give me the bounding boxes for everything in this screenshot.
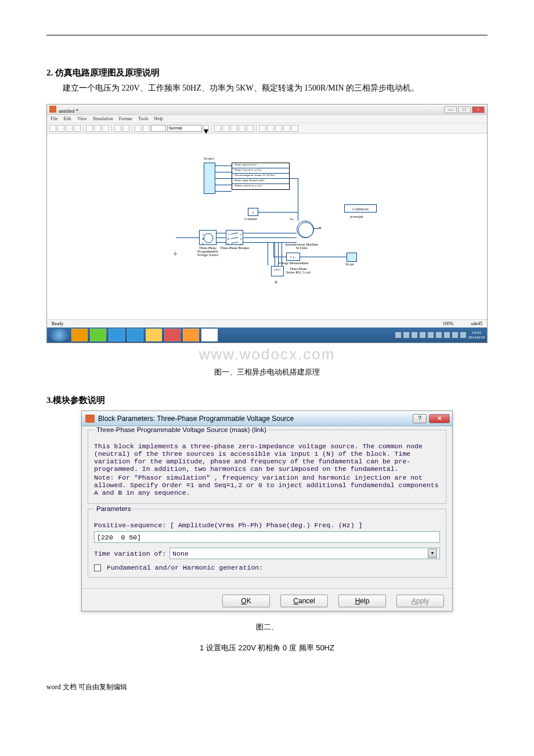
apply-button[interactable]: Apply: [396, 595, 444, 607]
toolbar-icon-d[interactable]: [239, 125, 246, 132]
open-icon[interactable]: [57, 125, 64, 132]
new-icon[interactable]: [49, 125, 56, 132]
save-icon[interactable]: [66, 125, 73, 132]
scope-label: Scope: [345, 262, 354, 266]
dialog-titlebar: Block Parameters: Three-Phase Programmab…: [82, 411, 452, 426]
menu-format[interactable]: Format: [119, 116, 132, 121]
timevar-label: Time variation of:: [94, 550, 166, 557]
rlc-load-block[interactable]: A B C: [271, 266, 284, 276]
powergui-block[interactable]: Continuous: [344, 204, 377, 213]
taskbar-app-1[interactable]: [71, 329, 88, 341]
svg-text:C: C: [228, 242, 230, 245]
taskbar-app-4[interactable]: [127, 329, 143, 341]
maximize-button[interactable]: □: [458, 106, 471, 113]
toolbar-icon-a[interactable]: [214, 125, 221, 132]
paste-icon[interactable]: [102, 125, 109, 132]
svg-text:c: c: [240, 242, 242, 245]
m-port: m: [319, 226, 322, 229]
simulink-titlebar: untitled * — □ ×: [47, 105, 487, 115]
help-button[interactable]: Help: [338, 595, 386, 607]
page-top-rule: [46, 35, 488, 35]
taskbar-app-5[interactable]: [146, 329, 162, 341]
taskbar-app-8[interactable]: [201, 329, 218, 341]
dropdown-icon[interactable]: ▾: [203, 125, 209, 132]
toolbar-icon-h[interactable]: [275, 125, 282, 132]
section-3-heading: 3.模块参数说明: [46, 395, 488, 406]
cancel-button[interactable]: Cancel: [280, 595, 328, 607]
copy-icon[interactable]: [94, 125, 101, 132]
taskbar-app-3[interactable]: [109, 329, 125, 341]
close-button[interactable]: ×: [472, 106, 485, 113]
cut-icon[interactable]: [86, 125, 93, 132]
voltage-source-block[interactable]: ABC: [199, 230, 217, 245]
powergui-label: powergui: [350, 215, 363, 218]
stop-icon[interactable]: [143, 125, 150, 132]
voltage-source-label: Three-PhaseProgrammableVoltage Source: [193, 246, 222, 257]
toolbar-icon-j[interactable]: [291, 125, 298, 132]
menu-view[interactable]: View: [77, 116, 87, 121]
scope-block[interactable]: [347, 253, 357, 262]
toolbar-icon-e[interactable]: [247, 125, 254, 132]
undo-icon[interactable]: [114, 125, 121, 132]
taskbar-app-6[interactable]: [164, 329, 181, 341]
harmonic-checkbox[interactable]: [94, 564, 101, 571]
clock-time: 13:03: [468, 330, 485, 335]
menu-file[interactable]: File: [50, 116, 57, 121]
start-button[interactable]: [49, 329, 69, 341]
play-icon[interactable]: [135, 125, 142, 132]
timevar-value: None: [172, 550, 189, 557]
svg-point-0: [204, 233, 213, 243]
ok-button[interactable]: OK: [222, 595, 270, 607]
tray-icon-4[interactable]: [420, 332, 425, 338]
tray-icon-3[interactable]: [412, 332, 417, 338]
taskbar-app-7[interactable]: [183, 329, 199, 341]
simulink-title: untitled *: [59, 108, 78, 114]
help-icon-button[interactable]: ?: [413, 414, 427, 423]
tray-icon-1[interactable]: [395, 332, 401, 338]
menu-edit[interactable]: Edit: [63, 116, 71, 121]
tray-icon-5[interactable]: [428, 332, 434, 338]
voltage-measurement-block[interactable]: + v -: [286, 253, 300, 261]
print-icon[interactable]: [74, 125, 81, 132]
ground-icon: ⏚: [174, 250, 177, 256]
toolbar-icon-b[interactable]: [222, 125, 229, 132]
simmode-select[interactable]: [167, 125, 202, 132]
bus-selector[interactable]: <Rotor speed (wm)> <Rotor current ir_a (…: [232, 163, 290, 190]
dialog-icon: [85, 415, 95, 423]
posseq-input[interactable]: [94, 531, 440, 543]
svg-text:A B C: A B C: [273, 268, 281, 271]
toolbar-icon-c[interactable]: [230, 125, 237, 132]
toolbar-icon-f[interactable]: [259, 125, 266, 132]
toolbar-icon-g[interactable]: [267, 125, 274, 132]
simulink-icon: [49, 106, 56, 113]
bus-signal-0: <Rotor speed (wm)>: [232, 163, 289, 168]
scope1-block[interactable]: [204, 163, 215, 194]
dialog-close-button[interactable]: ✕: [429, 414, 450, 423]
tray-icon-8[interactable]: [452, 332, 458, 338]
mask-title: Three-Phase Programmable Voltage Source …: [94, 426, 269, 433]
minimize-button[interactable]: —: [444, 106, 457, 113]
toolbar-icon-i[interactable]: [283, 125, 290, 132]
constant-block[interactable]: 1: [248, 208, 258, 216]
menu-help[interactable]: Help: [154, 116, 164, 121]
tray-icon-2[interactable]: [403, 332, 409, 338]
mask-desc-2: Note: For "Phasor simulation" , frequenc…: [94, 474, 440, 496]
simulink-canvas[interactable]: Scope1 <Rotor speed (wm)> <Rotor current…: [47, 134, 487, 319]
tray-icon-9[interactable]: [460, 332, 466, 338]
stoptime-input[interactable]: [151, 125, 166, 132]
vm-label: Voltage Measurement: [278, 261, 308, 265]
async-machine-block[interactable]: [297, 221, 314, 238]
status-zoom: 100%: [443, 321, 454, 326]
bus-signal-3: <Rotor angle thetam (rad)>: [232, 179, 289, 184]
menu-tools[interactable]: Tools: [138, 116, 149, 121]
breaker-block[interactable]: AaBbCc: [226, 230, 243, 245]
tray-icon-7[interactable]: [444, 332, 450, 338]
menu-simulation[interactable]: Simulation: [93, 116, 113, 121]
taskbar-app-2[interactable]: [90, 329, 106, 341]
redo-icon[interactable]: [122, 125, 129, 132]
tray-icon-6[interactable]: [436, 332, 442, 338]
timevar-select[interactable]: None ▼: [169, 548, 440, 559]
svg-text:B: B: [228, 237, 230, 240]
block-parameters-dialog: Block Parameters: Three-Phase Programmab…: [81, 411, 453, 611]
taskbar-clock[interactable]: 13:03 2014/6/19: [468, 330, 485, 340]
